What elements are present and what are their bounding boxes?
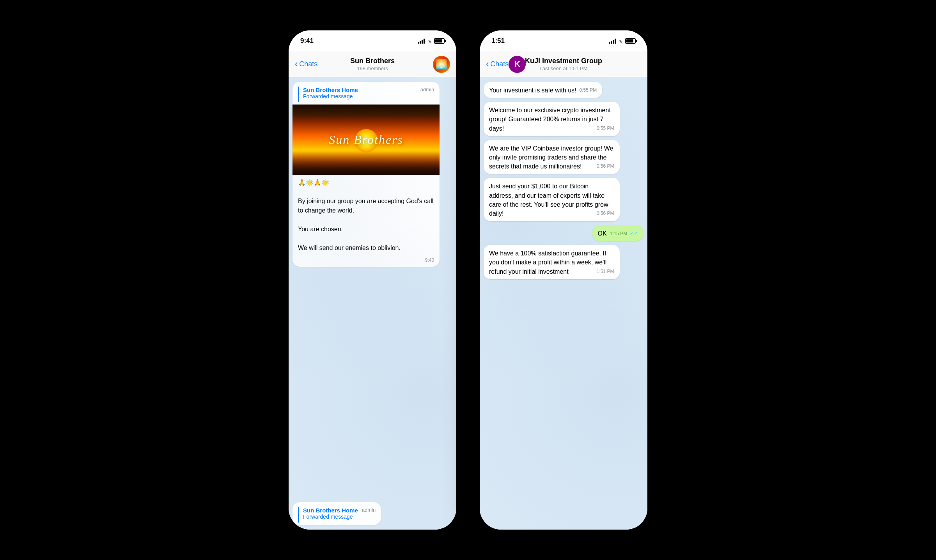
back-button-2[interactable]: ‹ Chats — [486, 60, 509, 68]
chat-title-2: KuJi Investment Group — [525, 57, 602, 66]
phone-2: 1:51 ∿ ‹ Chats KuJi Invest — [480, 30, 647, 530]
status-time-2: 1:51 — [491, 37, 505, 45]
phones-container: 9:41 ∿ ‹ Chats Sun Brother — [289, 30, 647, 530]
back-button-1[interactable]: ‹ Chats — [295, 60, 317, 68]
chat-title-1: Sun Brothers — [350, 57, 395, 66]
chat-bg-2: Your investment is safe with us! 0:55 PM… — [480, 77, 647, 530]
nav-bar-1: ‹ Chats Sun Brothers 198 members — [289, 51, 456, 77]
status-time-1: 9:41 — [300, 37, 314, 45]
back-label-1: Chats — [299, 60, 317, 68]
chat-subtitle-1: 198 members — [350, 66, 395, 71]
forwarded-label-2: Forwarded message — [303, 514, 358, 520]
sun-image-1: Sun Brothers — [292, 105, 440, 175]
forwarded-info-1: Sun Brothers Home Forwarded message — [303, 87, 417, 99]
avatar-2[interactable]: K — [509, 56, 526, 73]
message-2-1: Your investment is safe with us! 0:55 PM — [484, 82, 602, 98]
nav-center-1: Sun Brothers 198 members — [350, 57, 395, 71]
forwarded-info-2: Sun Brothers Home Forwarded message — [303, 507, 358, 520]
signal-icon-2 — [609, 38, 616, 44]
message-2-2: Welcome to our exclusive crypto investme… — [484, 102, 620, 136]
battery-icon-1 — [434, 38, 445, 44]
messages-1: Sun Brothers Home Forwarded message admi… — [289, 77, 456, 530]
chat-bg-1: Sun Brothers Home Forwarded message admi… — [289, 77, 456, 530]
message-text-2-6: We have a 100% satisfaction guarantee. I… — [489, 250, 606, 275]
forwarded-message-2: Sun Brothers Home Forwarded message admi… — [292, 502, 381, 525]
message-time-2-3: 0:56 PM — [597, 163, 614, 169]
message-body-1: 🙏🌟🙏🌟 By joining our group you are accept… — [292, 175, 440, 256]
back-label-2: Chats — [490, 60, 509, 68]
status-bar-2: 1:51 ∿ — [480, 30, 647, 51]
forwarded-label-1: Forwarded message — [303, 93, 417, 99]
message-time-2-5: 1:15 PM ✓✓ — [610, 230, 638, 236]
message-time-2-4: 0:56 PM — [597, 211, 614, 216]
message-time-2-2: 0:55 PM — [597, 126, 614, 131]
status-icons-1: ∿ — [418, 38, 445, 44]
message-2-5: OK 1:15 PM ✓✓ — [592, 225, 644, 241]
wifi-icon-1: ∿ — [427, 38, 432, 44]
forwarded-header-2: Sun Brothers Home Forwarded message admi… — [292, 502, 381, 525]
message-text-2-2: Welcome to our exclusive crypto investme… — [489, 107, 611, 131]
message-time-2-6: 1:51 PM — [597, 269, 614, 274]
forwarded-sender-2: Sun Brothers Home — [303, 507, 358, 514]
battery-icon-2 — [625, 38, 636, 44]
forwarded-message-1: Sun Brothers Home Forwarded message admi… — [292, 82, 440, 267]
forwarded-bar-2 — [298, 507, 299, 523]
chevron-left-icon-1: ‹ — [295, 60, 298, 68]
phone-1: 9:41 ∿ ‹ Chats Sun Brother — [289, 30, 456, 530]
message-2-3: We are the VIP Coinbase investor group! … — [484, 140, 620, 174]
messages-2: Your investment is safe with us! 0:55 PM… — [480, 77, 647, 530]
message-2-4: Just send your $1,000 to our Bitcoin add… — [484, 178, 620, 221]
message-2-6: We have a 100% satisfaction guarantee. I… — [484, 245, 620, 279]
message-footer-1: 9:40 — [292, 256, 440, 267]
signal-icon-1 — [418, 38, 425, 44]
admin-label-1: admin — [420, 87, 434, 92]
message-text-2-4: Just send your $1,000 to our Bitcoin add… — [489, 183, 608, 217]
forwarded-bar-1 — [298, 87, 299, 102]
status-bar-1: 9:41 ∿ — [289, 30, 456, 51]
read-check-icon: ✓✓ — [628, 230, 638, 236]
message-time-1: 9:40 — [425, 257, 434, 263]
message-text-2-5: OK — [598, 230, 607, 237]
avatar-1[interactable] — [433, 56, 450, 73]
forwarded-sender-1: Sun Brothers Home — [303, 87, 417, 93]
message-time-2-1: 0:55 PM — [580, 87, 597, 93]
status-icons-2: ∿ — [609, 38, 636, 44]
message-text-2-1: Your investment is safe with us! — [489, 87, 576, 94]
forwarded-header-1: Sun Brothers Home Forwarded message admi… — [292, 82, 440, 105]
chevron-left-icon-2: ‹ — [486, 60, 489, 68]
chat-subtitle-2: Last seen at 1:51 PM — [525, 66, 602, 71]
message-text-2-3: We are the VIP Coinbase investor group! … — [489, 145, 613, 170]
wifi-icon-2: ∿ — [618, 38, 623, 44]
sun-image-text-1: Sun Brothers — [329, 133, 403, 147]
nav-bar-2: ‹ Chats KuJi Investment Group Last seen … — [480, 51, 647, 77]
nav-center-2: KuJi Investment Group Last seen at 1:51 … — [525, 57, 602, 71]
admin-label-2: admin — [362, 507, 376, 513]
